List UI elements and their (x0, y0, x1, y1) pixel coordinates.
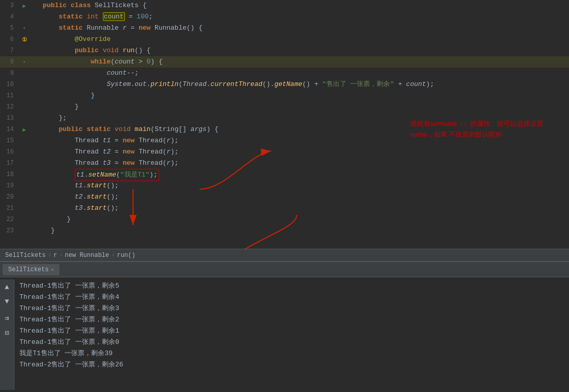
line-content-16: Thread t2 = new Thread(r); (31, 146, 569, 158)
line-number-15: 15 (0, 135, 18, 146)
clear-icon[interactable]: ⊟ (4, 328, 10, 338)
breadcrumb-sep-3: › (111, 252, 115, 259)
breadcrumb-item-2[interactable]: r (53, 252, 57, 259)
code-line-21: 21 t3.start(); (0, 203, 569, 214)
line-content-20: t2.start(); (31, 191, 569, 203)
line-content-18: t1.setName("我是T1"); (31, 169, 569, 180)
line-number-16: 16 (0, 146, 18, 158)
line-gutter-17 (18, 158, 31, 169)
line-gutter-22 (18, 214, 31, 225)
line-gutter-6: ① (18, 34, 31, 45)
line-number-4: 4 (0, 11, 18, 23)
console-line-1: Thread-1售出了 一张票，剩余5 (19, 280, 564, 292)
line-content-8: while(count > 0) { (31, 56, 569, 68)
breadcrumb-sep-1: › (48, 252, 51, 259)
line-content-4: static int count = 100; (31, 11, 569, 23)
scroll-down-icon[interactable]: ▼ (4, 296, 10, 307)
code-line-3: 3 ▶ public class SellTickets { (0, 0, 569, 11)
line-content-22: } (31, 214, 569, 225)
line-gutter-9 (18, 68, 31, 79)
line-gutter-10 (18, 79, 31, 90)
console-left-toolbar: ▲ ▼ ⇉ ⊟ (0, 279, 14, 390)
console-tab-close[interactable]: ✕ (51, 267, 54, 273)
filter-icon[interactable]: ⇉ (4, 313, 10, 323)
line-gutter-5[interactable]: ▾ (18, 23, 31, 34)
console-tab-selltickets[interactable]: SellTickets ✕ (3, 264, 59, 275)
line-number-13: 13 (0, 113, 18, 124)
console-tabs: SellTickets ✕ (0, 262, 569, 277)
line-number-10: 10 (0, 79, 18, 90)
console-line-2: Thread-1售出了 一张票，剩余4 (19, 292, 564, 303)
line-content-9: count--; (31, 68, 569, 79)
code-line-19: 19 t1.start(); (0, 180, 569, 191)
line-number-3: 3 (0, 0, 18, 11)
line-number-18: 18 (0, 169, 18, 180)
code-line-18: 18 t1.setName("我是T1"); (0, 169, 569, 180)
breadcrumb-item-3[interactable]: new Runnable (65, 252, 109, 259)
line-content-11: } (31, 90, 569, 101)
line-number-12: 12 (0, 101, 18, 113)
console-line-8: Thread-2售出了 一张票，剩余26 (19, 359, 564, 371)
line-number-14: 14 (0, 124, 18, 135)
line-content-5: static Runnable r = new Runnable() { (31, 23, 569, 34)
line-gutter-11 (18, 90, 31, 101)
line-number-11: 11 (0, 90, 18, 101)
breadcrumb-sep-2: › (59, 252, 63, 259)
line-gutter-14[interactable]: ▶ (18, 124, 31, 135)
console-line-7: 我是T1售出了 一张票，剩余39 (19, 348, 564, 359)
line-content-12: } (31, 101, 569, 113)
line-content-17: Thread t3 = new Thread(r); (31, 158, 569, 169)
line-number-23: 23 (0, 225, 18, 236)
editor-area: 3 ▶ public class SellTickets { 4 static … (0, 0, 569, 261)
code-line-4: 4 static int count = 100; (0, 11, 569, 23)
console-line-boxed-7: 我是T1售出了 一张票，剩余39 (19, 350, 113, 357)
console-tab-label: SellTickets (8, 266, 49, 273)
code-line-7: 7 public void run() { (0, 45, 569, 56)
fold-icon-8[interactable]: ▾ (23, 59, 26, 65)
line-gutter-3[interactable]: ▶ (18, 0, 31, 11)
code-container: 3 ▶ public class SellTickets { 4 static … (0, 0, 569, 249)
line-number-7: 7 (0, 45, 18, 56)
line-content-6: @Override (31, 34, 569, 45)
line-number-17: 17 (0, 158, 18, 169)
line-number-8: 8 (0, 56, 18, 68)
code-line-20: 20 t2.start(); (0, 191, 569, 203)
code-line-22: 22 } (0, 214, 569, 225)
code-line-9: 9 count--; (0, 68, 569, 79)
code-line-10: 10 System.out.println(Thread.currentThre… (0, 79, 569, 90)
warning-icon-6: ① (22, 36, 27, 43)
console-output: Thread-1售出了 一张票，剩余5 Thread-1售出了 一张票，剩余4 … (14, 279, 569, 390)
console-line-boxed-1: Thread-1售出了 一张票，剩余5 (19, 282, 119, 290)
line-content-3: public class SellTickets { (31, 0, 569, 11)
run-icon-3[interactable]: ▶ (23, 3, 26, 9)
code-line-11: 11 } (0, 90, 569, 101)
code-line-17: 17 Thread t3 = new Thread(r); (0, 158, 569, 169)
scroll-up-icon[interactable]: ▲ (4, 282, 10, 292)
line-gutter-13 (18, 113, 31, 124)
fold-icon-5[interactable]: ▾ (23, 25, 26, 31)
line-content-19: t1.start(); (31, 180, 569, 191)
code-line-12: 12 } (0, 101, 569, 113)
line-gutter-21 (18, 203, 31, 214)
line-number-22: 22 (0, 214, 18, 225)
breadcrumb-item-4[interactable]: run() (117, 252, 135, 259)
line-content-21: t3.start(); (31, 203, 569, 214)
line-gutter-8[interactable]: ▾ (18, 56, 31, 68)
run-icon-14[interactable]: ▶ (23, 126, 26, 133)
line-number-21: 21 (0, 203, 18, 214)
line-content-7: public void run() { (31, 45, 569, 56)
breadcrumb-item-1[interactable]: SellTickets (5, 252, 46, 259)
annotation-bubble: 线程有setName（）的属性，你可以选择设置name，如果 不设置则默认昵称 (410, 119, 554, 140)
code-line-6: 6 ① @Override (0, 34, 569, 45)
line-gutter-4 (18, 11, 31, 23)
line-gutter-12 (18, 101, 31, 113)
line-content-23: } (31, 225, 569, 236)
console-line-3: Thread-1售出了 一张票，剩余3 (19, 303, 564, 314)
console-line-5: Thread-1售出了 一张票，剩余1 (19, 325, 564, 337)
breadcrumb: SellTickets › r › new Runnable › run() (0, 249, 569, 261)
line-gutter-16 (18, 146, 31, 158)
line-content-10: System.out.println(Thread.currentThread(… (31, 79, 569, 90)
code-line-23: 23 } (0, 225, 569, 236)
line-gutter-19 (18, 180, 31, 191)
console-line-6: Thread-1售出了 一张票，剩余0 (19, 337, 564, 348)
